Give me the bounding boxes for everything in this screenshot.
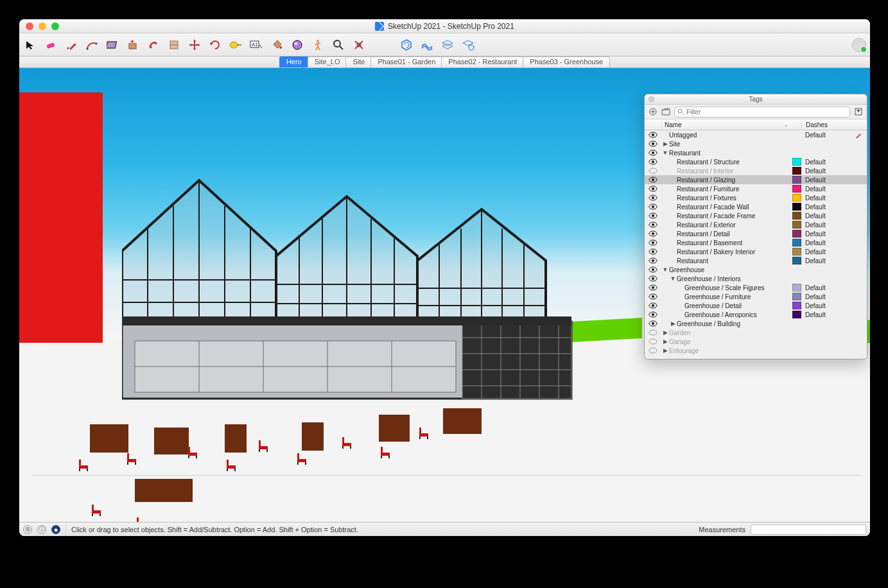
visibility-on-icon[interactable]: [645, 239, 661, 246]
tag-row[interactable]: ▼Greenhouse: [645, 265, 867, 274]
offset-tool[interactable]: [146, 38, 161, 52]
select-arrow-tool[interactable]: [23, 38, 37, 52]
measurements-input[interactable]: [751, 524, 866, 535]
tag-color-swatch[interactable]: [792, 167, 801, 175]
tag-color-swatch[interactable]: [792, 158, 801, 166]
tag-row[interactable]: Greenhouse / Scale FiguresDefault: [645, 283, 867, 292]
tag-dash-style[interactable]: Default: [801, 159, 854, 166]
visibility-on-icon[interactable]: [645, 150, 661, 156]
text-label-tool[interactable]: A1: [249, 38, 263, 52]
zoom-window-icon[interactable]: [51, 22, 59, 30]
tag-row[interactable]: Restaurant / GlazingDefault: [645, 175, 867, 184]
tag-name[interactable]: Garage: [669, 338, 792, 345]
visibility-off-icon[interactable]: [645, 329, 661, 336]
tape-measure-tool[interactable]: [229, 38, 243, 52]
tag-color-swatch[interactable]: [792, 239, 801, 246]
tag-name[interactable]: Restaurant / Facade Wall: [677, 203, 792, 211]
tag-row[interactable]: Restaurant / FixturesDefault: [645, 193, 867, 202]
visibility-on-icon[interactable]: [645, 159, 661, 165]
visibility-on-icon[interactable]: [645, 230, 661, 237]
add-tag-folder-icon[interactable]: [661, 107, 670, 116]
tag-dash-style[interactable]: Default: [801, 311, 854, 318]
tag-name[interactable]: Greenhouse / Aeroponics: [684, 311, 792, 318]
tag-name[interactable]: Restaurant / Glazing: [677, 177, 792, 184]
component-refresh-tool[interactable]: [399, 38, 414, 52]
tag-name[interactable]: Restaurant: [677, 257, 792, 264]
tag-row[interactable]: ▶Greenhouse / Building: [645, 319, 867, 328]
tag-dash-style[interactable]: Default: [801, 177, 854, 184]
tag-color-swatch[interactable]: [792, 302, 801, 309]
column-dashes-header[interactable]: Dashes: [806, 121, 828, 128]
eraser-tool[interactable]: [44, 38, 58, 52]
arc-tool[interactable]: [85, 38, 99, 52]
tag-row[interactable]: ▶Entourage: [645, 346, 867, 355]
visibility-on-icon[interactable]: [645, 302, 661, 309]
tag-row[interactable]: Restaurant / StructureDefault: [645, 157, 867, 166]
visibility-off-icon[interactable]: [645, 338, 661, 345]
layers-tool[interactable]: [440, 38, 455, 52]
visibility-on-icon[interactable]: [645, 132, 661, 138]
tag-name[interactable]: Restaurant: [669, 150, 792, 157]
visibility-on-icon[interactable]: [645, 257, 661, 264]
rectangle-tool[interactable]: [105, 38, 119, 52]
disclosure-triangle-icon[interactable]: ▶: [661, 347, 669, 354]
tag-color-swatch[interactable]: [792, 257, 801, 264]
tag-dash-style[interactable]: Default: [801, 230, 854, 238]
tag-color-swatch[interactable]: [792, 293, 801, 300]
tag-dash-style[interactable]: Default: [801, 302, 854, 309]
visibility-on-icon[interactable]: [645, 266, 661, 273]
scene-tab[interactable]: Phase03 - Greenhouse: [523, 56, 610, 67]
visibility-on-icon[interactable]: [645, 195, 661, 201]
tag-dash-style[interactable]: Default: [801, 221, 854, 229]
tag-color-swatch[interactable]: [792, 185, 801, 193]
settings-gear-tool[interactable]: [461, 38, 475, 52]
tag-dash-style[interactable]: Default: [801, 195, 854, 202]
zoom-tool[interactable]: [331, 38, 345, 52]
scene-tab[interactable]: Phase02 - Restaurant: [441, 56, 524, 67]
visibility-on-icon[interactable]: [645, 293, 661, 300]
push-pull-tool[interactable]: [126, 38, 140, 52]
tag-dash-style[interactable]: Default: [801, 293, 854, 300]
scene-tab[interactable]: Phase01 - Garden: [370, 56, 442, 67]
tag-row[interactable]: Restaurant / Facade WallDefault: [645, 202, 867, 211]
tags-filter-input[interactable]: [686, 108, 847, 116]
disclosure-triangle-icon[interactable]: ▶: [661, 338, 669, 345]
column-name-header[interactable]: Name: [665, 121, 682, 128]
tag-dash-style[interactable]: Default: [801, 186, 854, 193]
tag-name[interactable]: Greenhouse / Detail: [684, 302, 792, 309]
tag-row[interactable]: Greenhouse / DetailDefault: [645, 301, 867, 310]
tag-row[interactable]: Restaurant / InteriorDefault: [645, 166, 867, 175]
visibility-on-icon[interactable]: [645, 248, 661, 255]
move-tool[interactable]: [187, 38, 202, 52]
disclosure-triangle-icon[interactable]: ▼: [669, 275, 677, 282]
sort-chevron-icon[interactable]: ⌄: [784, 122, 788, 128]
tag-color-swatch[interactable]: [792, 284, 801, 291]
visibility-on-icon[interactable]: [645, 320, 661, 327]
visibility-on-icon[interactable]: [645, 177, 661, 183]
tag-name[interactable]: Restaurant / Structure: [677, 159, 792, 166]
tags-filter[interactable]: [674, 107, 850, 117]
geolocation-icon[interactable]: ⦿: [23, 525, 32, 534]
visibility-on-icon[interactable]: [645, 221, 661, 228]
tag-row[interactable]: ▼Greenhouse / Interiors: [645, 274, 867, 283]
tag-name[interactable]: Restaurant / Furniture: [677, 186, 792, 193]
visibility-on-icon[interactable]: [645, 186, 661, 192]
tag-name[interactable]: Restaurant / Basement: [677, 239, 792, 246]
tag-dash-style[interactable]: Default: [801, 212, 854, 220]
tag-row[interactable]: Restaurant / FurnitureDefault: [645, 184, 867, 193]
tag-color-swatch[interactable]: [792, 194, 801, 202]
disclosure-triangle-icon[interactable]: ▶: [661, 329, 669, 336]
tag-row[interactable]: ▶Garden: [645, 328, 867, 337]
tag-color-swatch[interactable]: [792, 212, 801, 220]
tag-name[interactable]: Greenhouse / Building: [677, 320, 792, 327]
tag-color-swatch[interactable]: [792, 176, 801, 184]
person-icon[interactable]: ●: [51, 525, 60, 534]
tag-row[interactable]: UntaggedDefault: [645, 130, 867, 139]
tag-row[interactable]: Restaurant / ExteriorDefault: [645, 220, 867, 229]
tag-row[interactable]: Restaurant / Bakery InteriorDefault: [645, 247, 867, 256]
tag-dash-style[interactable]: Default: [801, 239, 854, 246]
tag-name[interactable]: Restaurant / Exterior: [677, 221, 792, 229]
minimize-icon[interactable]: [39, 22, 46, 30]
tag-name[interactable]: Greenhouse / Furniture: [684, 293, 792, 300]
visibility-off-icon[interactable]: [645, 347, 661, 354]
